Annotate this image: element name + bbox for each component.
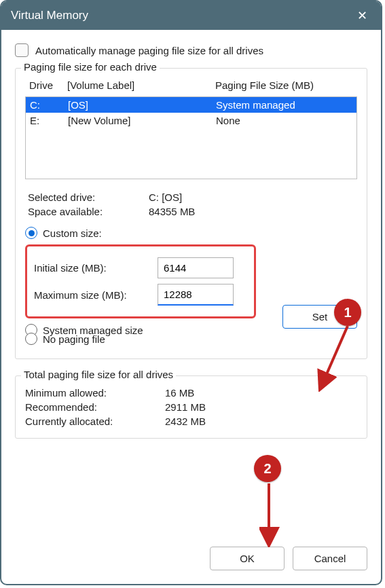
drive-paging-size: None: [216, 115, 352, 126]
radio-icon[interactable]: [25, 333, 37, 345]
ok-button[interactable]: OK: [210, 547, 285, 570]
drive-paging-size: System managed: [216, 99, 352, 111]
radio-no-paging[interactable]: No paging file: [25, 333, 357, 345]
drive-volume: [New Volume]: [68, 115, 216, 126]
radio-none-label: No paging file: [43, 333, 105, 345]
selected-drive-info: Selected drive: C: [OS] Space available:…: [28, 191, 354, 217]
group-legend: Total paging file size for all drives: [21, 369, 176, 380]
col-header-volume: [Volume Label]: [67, 79, 215, 91]
auto-manage-label: Automatically manage paging file size fo…: [35, 45, 263, 56]
auto-manage-row[interactable]: Automatically manage paging file size fo…: [15, 43, 367, 57]
titlebar: Virtual Memory ✕: [1, 1, 381, 30]
allocated-label: Currently allocated:: [25, 416, 165, 427]
drive-row[interactable]: C: [OS] System managed: [26, 97, 356, 113]
annotation-bubble-2: 2: [254, 455, 281, 482]
min-allowed-value: 16 MB: [165, 387, 194, 399]
drive-list[interactable]: C: [OS] System managed E: [New Volume] N…: [25, 96, 357, 179]
auto-manage-checkbox[interactable]: [15, 43, 29, 57]
drive-list-header: Drive [Volume Label] Paging File Size (M…: [25, 79, 357, 91]
space-available-value: 84355 MB: [149, 206, 195, 217]
close-icon[interactable]: ✕: [352, 8, 371, 23]
selected-drive-value: C: [OS]: [149, 191, 182, 203]
recommended-label: Recommended:: [25, 401, 165, 413]
drive-letter: C:: [30, 99, 68, 111]
selected-drive-label: Selected drive:: [28, 191, 149, 203]
radio-icon[interactable]: [25, 227, 37, 239]
window-title: Virtual Memory: [11, 9, 352, 22]
virtual-memory-dialog: Virtual Memory ✕ Automatically manage pa…: [0, 0, 382, 585]
cancel-button[interactable]: Cancel: [293, 547, 367, 570]
allocated-value: 2432 MB: [165, 416, 206, 427]
drive-letter: E:: [30, 115, 68, 126]
initial-size-input[interactable]: [158, 257, 234, 278]
annotation-arrow-1: [315, 323, 356, 392]
drive-volume: [OS]: [68, 99, 216, 111]
drive-row[interactable]: E: [New Volume] None: [26, 113, 356, 128]
col-header-size: Paging File Size (MB): [215, 79, 353, 91]
radio-custom-label: Custom size:: [43, 227, 102, 239]
recommended-value: 2911 MB: [165, 401, 206, 413]
col-header-drive: Drive: [29, 79, 67, 91]
radio-custom-size[interactable]: Custom size:: [25, 227, 357, 239]
min-allowed-label: Minimum allowed:: [25, 387, 165, 399]
annotation-arrow-2: [259, 482, 280, 547]
annotation-bubble-1: 1: [334, 299, 361, 326]
paging-per-drive-group: Paging file size for each drive Drive [V…: [15, 68, 367, 359]
initial-size-label: Initial size (MB):: [34, 262, 158, 274]
max-size-label: Maximum size (MB):: [34, 289, 158, 301]
svg-line-0: [322, 326, 348, 385]
group-legend: Paging file size for each drive: [21, 61, 160, 73]
dialog-footer: OK Cancel: [1, 536, 381, 584]
max-size-input[interactable]: [158, 284, 234, 306]
space-available-label: Space available:: [28, 206, 149, 217]
